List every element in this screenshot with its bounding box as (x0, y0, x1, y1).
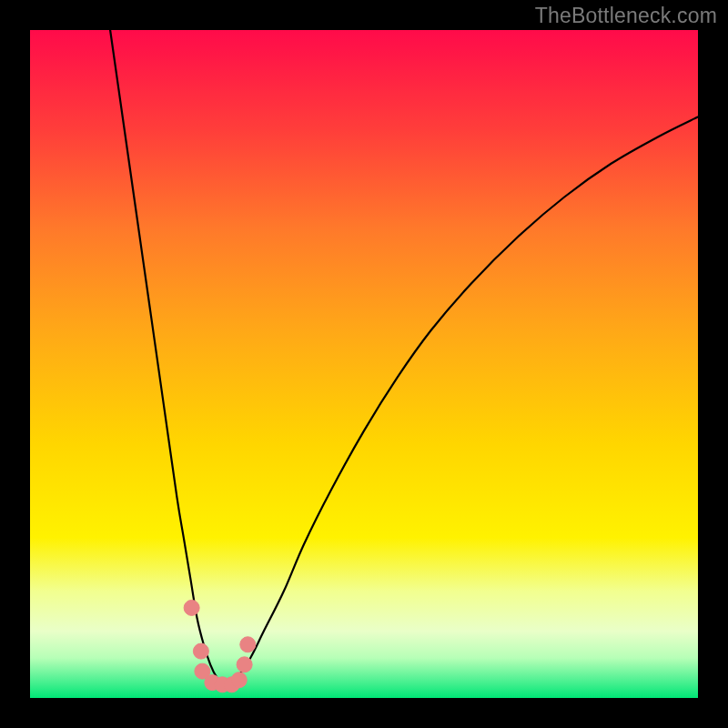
plot-area (30, 30, 698, 698)
curve-marker (193, 643, 208, 659)
curve-markers (184, 600, 256, 692)
curve-marker (231, 672, 247, 688)
bottleneck-curve (110, 30, 698, 685)
watermark-text: TheBottleneck.com (535, 4, 717, 28)
chart-frame: TheBottleneck.com (0, 0, 728, 728)
curve-marker (237, 657, 252, 672)
curve-marker (184, 600, 199, 615)
curve-marker (240, 637, 256, 652)
curve-layer (30, 30, 698, 698)
